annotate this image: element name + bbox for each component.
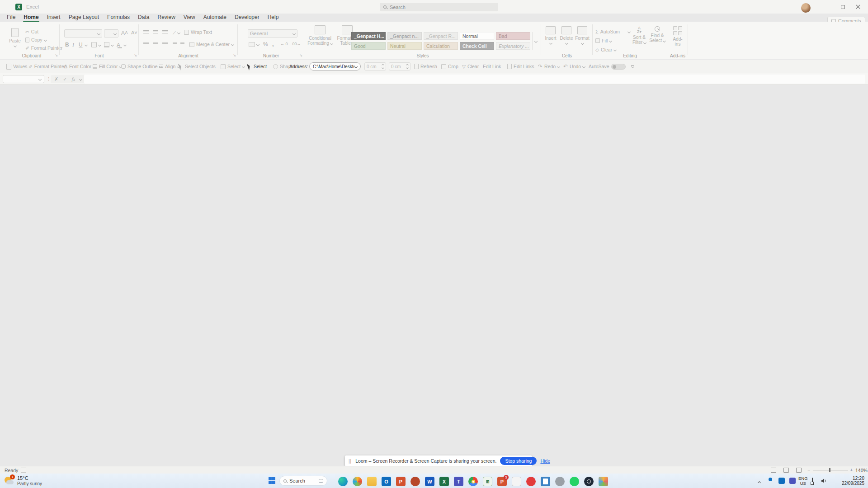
align-right-button[interactable] (162, 42, 168, 46)
opera-icon[interactable] (526, 477, 536, 486)
word-icon[interactable]: W (425, 477, 434, 486)
toolbar-fill-color-button[interactable]: Fill Color (93, 63, 122, 70)
minimize-button[interactable] (820, 0, 835, 14)
paint-icon[interactable] (599, 477, 608, 486)
toolbar-clear-button[interactable]: ▽Clear (462, 63, 479, 70)
wrap-text-button[interactable]: Wrap Text (184, 29, 212, 35)
decrease-decimal-button[interactable]: .00→ (291, 42, 301, 46)
align-top-button[interactable] (143, 30, 149, 34)
font-dialog-launcher[interactable]: ↘ (134, 54, 137, 57)
firefox-icon[interactable] (410, 477, 420, 486)
zoom-slider-track[interactable] (813, 470, 848, 470)
drag-handle-icon[interactable]: || (349, 459, 352, 464)
autosave-toggle[interactable] (611, 64, 626, 70)
fill-button[interactable]: Fill (595, 38, 612, 43)
underline-button[interactable]: U (79, 42, 83, 48)
tab-automate[interactable]: Automate (199, 14, 231, 22)
grow-font-button[interactable]: A˄ (121, 30, 128, 36)
edit-links-button[interactable]: Edit Links (507, 63, 534, 70)
style-chip-genpact-n[interactable]: _Genpact n... (387, 32, 422, 40)
width-spinner[interactable]: 0 cm (364, 62, 386, 70)
tab-home[interactable]: Home (19, 14, 42, 22)
copilot-icon[interactable] (353, 477, 362, 486)
worksheet-area[interactable] (0, 85, 868, 466)
height-spinner[interactable]: 0 cm (389, 62, 410, 70)
record-macro-icon[interactable] (21, 468, 26, 473)
avatar[interactable] (801, 3, 811, 13)
conditional-formatting-button[interactable]: Conditional Formatting (306, 25, 334, 46)
zoom-slider-thumb[interactable] (829, 468, 830, 472)
tab-insert[interactable]: Insert (43, 14, 65, 22)
alignment-dialog-launcher[interactable]: ↘ (233, 54, 236, 57)
style-chip-calculation[interactable]: Calculation (424, 42, 458, 50)
edit-link-button[interactable]: Edit Link (483, 63, 501, 70)
font-size-combo[interactable] (104, 29, 118, 38)
excel-icon[interactable]: X (439, 477, 449, 486)
addins-button[interactable]: Add-ins (670, 26, 685, 47)
align-center-button[interactable] (153, 42, 158, 46)
show-hidden-icons-button[interactable] (758, 479, 760, 485)
tab-view[interactable]: View (179, 14, 199, 22)
shrink-font-button[interactable]: A˅ (131, 30, 137, 35)
clock[interactable]: 12:20 22/09/2025 (830, 475, 864, 486)
tab-help[interactable]: Help (264, 14, 283, 22)
chrome-icon[interactable] (468, 477, 478, 486)
align-left-button[interactable] (143, 42, 149, 46)
toolbar-font-color-button[interactable]: AFont Color (64, 63, 95, 70)
stop-sharing-button[interactable]: Stop sharing (500, 457, 537, 465)
normal-view-button[interactable] (771, 468, 776, 473)
network-display-icon[interactable] (812, 478, 813, 484)
weather-widget[interactable]: 1 (4, 475, 15, 486)
powerpoint-badge-icon[interactable]: P5 (497, 477, 507, 486)
shape-outline-button[interactable]: Shape Outline (121, 63, 162, 70)
tab-page-layout[interactable]: Page Layout (65, 14, 103, 22)
align-button[interactable]: Align (159, 63, 179, 70)
teams-tray-icon[interactable] (789, 478, 796, 484)
percent-style-button[interactable]: % (263, 41, 268, 47)
close-button[interactable] (851, 0, 865, 14)
tab-developer[interactable]: Developer (231, 14, 264, 22)
clipboard-dialog-launcher[interactable]: ↘ (55, 54, 58, 57)
styles-gallery-more-button[interactable] (532, 32, 539, 50)
page-break-view-button[interactable] (796, 468, 802, 473)
notepad-icon[interactable] (541, 477, 550, 486)
align-bottom-button[interactable] (162, 30, 168, 34)
snipping-tool-icon[interactable] (512, 477, 521, 486)
fill-color-button[interactable] (104, 42, 113, 47)
insert-function-button[interactable]: fx (71, 76, 75, 82)
insert-cells-button[interactable]: Insert (544, 26, 557, 44)
values-button[interactable]: Values (6, 63, 27, 70)
style-chip-neutral[interactable]: Neutral (387, 42, 422, 50)
clock-icon[interactable] (584, 477, 594, 486)
style-chip-explanatory[interactable]: Explanatory ... (496, 42, 530, 50)
copy-button[interactable]: Copy (25, 37, 47, 42)
find-select-button[interactable]: Find & Select (649, 26, 666, 43)
crop-button[interactable]: Crop (441, 63, 458, 70)
font-color-button[interactable]: A (117, 42, 126, 48)
borders-button[interactable] (91, 42, 101, 47)
tab-review[interactable]: Review (153, 14, 179, 22)
confirm-entry-button[interactable]: ✓ (63, 76, 67, 82)
number-dialog-launcher[interactable]: ↘ (299, 54, 302, 57)
style-chip-check-cell[interactable]: Check Cell (460, 42, 494, 50)
style-chip-good[interactable]: Good (351, 42, 386, 50)
cancel-entry-button[interactable]: ✗ (54, 76, 58, 82)
whatsapp-icon[interactable] (570, 477, 579, 486)
style-chip-bad[interactable]: Bad (496, 32, 530, 40)
style-chip-normal[interactable]: Normal (460, 32, 494, 40)
tab-formulas[interactable]: Formulas (103, 14, 134, 22)
autosum-button[interactable]: ΣAutoSum (595, 29, 630, 34)
underline-options-chevron[interactable] (85, 44, 87, 46)
accounting-format-button[interactable] (249, 42, 259, 47)
style-chip-genpact-h[interactable]: _Genpact H... (351, 32, 386, 40)
hide-link[interactable]: Hide (540, 458, 550, 464)
zoom-out-button[interactable]: − (807, 467, 810, 473)
cut-button[interactable]: ✂Cut (25, 29, 38, 34)
increase-decimal-button[interactable]: ←.0 (280, 42, 288, 46)
outlook-icon[interactable]: O (382, 477, 391, 486)
name-box[interactable] (3, 75, 44, 83)
redo-button[interactable]: ↷Redo (538, 63, 560, 70)
refresh-button[interactable]: Refresh (414, 63, 437, 70)
style-chip-genpact-r[interactable]: _Genpact R... (424, 32, 458, 40)
zoom-level[interactable]: 140% (855, 468, 868, 473)
